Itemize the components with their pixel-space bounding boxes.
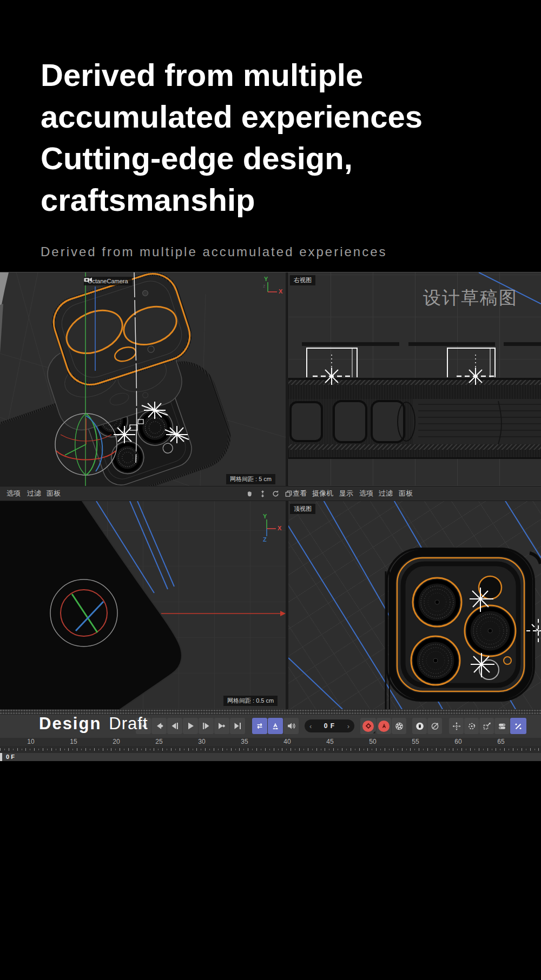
ruler-tick-label: 45 [326, 738, 333, 746]
menu-filter-left[interactable]: 过滤 [27, 486, 41, 501]
grid-spacing-label-persp: 网格间距 : 5 cm [226, 474, 275, 484]
current-frame-label: 0 F [6, 753, 15, 761]
ruler-tick-label: 15 [70, 738, 77, 746]
record-scale-button[interactable] [479, 718, 494, 734]
next-key-icon [217, 722, 226, 730]
record-rotation-button[interactable] [464, 718, 479, 734]
menu-options-right[interactable]: 选项 [359, 486, 373, 501]
record-position-icon [452, 722, 461, 730]
frame-prev-arrow[interactable]: ‹ [309, 722, 312, 730]
camera-label-text: OctaneCamera [88, 278, 128, 284]
rotate-view-icon[interactable] [271, 489, 280, 498]
animate-mode-button[interactable] [268, 718, 283, 734]
autokey-button[interactable] [377, 718, 391, 734]
overlay-word-draft: Draft [109, 714, 148, 733]
menu-options-left[interactable]: 选项 [6, 486, 21, 501]
page-title: Derived from multiple accumulated experi… [41, 54, 423, 221]
camera-icon [84, 277, 93, 283]
ruler-tick-label: 60 [454, 738, 461, 746]
axis-gizmo-front: Y X Z [260, 515, 286, 545]
play-button[interactable] [183, 718, 198, 734]
axis-gizmo-perspective: Y z X [262, 277, 286, 308]
viewport-perspective[interactable]: OctaneCamera Y z X 网格间距 : 5 cm [0, 272, 286, 486]
go-end-icon [233, 722, 242, 730]
design-draft-overlay: DesignDraft [39, 714, 148, 734]
record-selection-icon [415, 722, 424, 730]
ruler-tick-label: 30 [198, 738, 205, 746]
overlay-word-design: Design [39, 714, 101, 733]
toggle-panel-icon[interactable] [284, 489, 293, 498]
keyframe-lock-button[interactable] [510, 718, 526, 734]
timeline-scrubber[interactable]: 0 F [0, 753, 541, 761]
frame-value: 0 F [324, 722, 335, 730]
next-frame-icon [202, 722, 210, 730]
next-key-button[interactable] [214, 718, 229, 734]
menu-panel-left[interactable]: 面板 [47, 486, 61, 501]
ruler-tick-label: 65 [497, 738, 504, 746]
tangent-mode-button[interactable] [427, 718, 442, 734]
ruler-tick-label: 50 [369, 738, 376, 746]
loop-playback-button[interactable] [252, 718, 267, 734]
timeline-ticks[interactable] [0, 746, 541, 753]
timeline-ruler[interactable]: 10 15 20 25 30 35 40 45 50 55 60 65 [0, 738, 541, 746]
record-parameter-icon [498, 722, 506, 730]
front-view-canvas [0, 501, 286, 709]
c4d-editor: OctaneCamera Y z X 网格间距 : 5 cm [0, 272, 541, 761]
ruler-tick-label: 40 [283, 738, 291, 746]
prev-frame-icon [170, 722, 179, 730]
menu-display[interactable]: 显示 [339, 486, 353, 501]
ruler-tick-label: 55 [412, 738, 419, 746]
menu-filter-right[interactable]: 过滤 [379, 486, 393, 501]
page: Derived from multiple accumulated experi… [0, 0, 541, 980]
sound-icon [287, 722, 295, 730]
title-line-3: Cutting-edge design, [41, 137, 423, 179]
title-line-4: craftsmanship [41, 179, 423, 221]
zoom-view-icon[interactable] [258, 489, 267, 498]
menu-view[interactable]: 查看 [293, 486, 307, 501]
camera-label[interactable]: OctaneCamera [84, 277, 132, 285]
record-position-button[interactable] [449, 718, 464, 734]
grid-spacing-label-front: 网格间距 : 0.5 cm [223, 696, 278, 706]
title-line-2: accumulated experiences [41, 96, 423, 137]
page-subtitle: Derived from multiple accumulated experi… [41, 244, 387, 259]
keyframe-lock-icon [514, 722, 523, 730]
autokey-icon [381, 723, 387, 729]
ruler-tick-label: 25 [155, 738, 162, 746]
record-keyframe-button[interactable] [360, 718, 376, 734]
record-rotation-icon [467, 722, 476, 730]
perspective-canvas [0, 272, 286, 486]
top-view-canvas [288, 501, 541, 709]
prev-frame-button[interactable] [167, 718, 182, 734]
next-frame-button[interactable] [199, 718, 214, 734]
menu-camera[interactable]: 摄像机 [312, 486, 333, 501]
go-end-button[interactable] [230, 718, 245, 734]
record-keyframe-icon [365, 723, 372, 729]
ruler-tick-label: 10 [27, 738, 34, 746]
prev-key-icon [155, 722, 163, 730]
current-frame-marker[interactable] [0, 753, 2, 761]
menu-panel-right[interactable]: 面板 [399, 486, 413, 501]
keyframe-settings-icon [395, 722, 404, 730]
rotate-gizmo [55, 414, 117, 475]
record-scale-icon [483, 722, 491, 730]
animate-mode-icon [271, 722, 280, 730]
viewport-top-view[interactable]: 顶视图 [288, 501, 541, 709]
play-icon [186, 722, 195, 730]
viewport-right-view[interactable]: 右视图 设计草稿图 [288, 272, 541, 486]
title-line-1: Derived from multiple [41, 54, 423, 96]
frame-next-arrow[interactable]: › [347, 722, 349, 730]
sound-button[interactable] [283, 718, 299, 734]
prev-key-button[interactable] [151, 718, 167, 734]
viewport-front-view[interactable]: Y X Z 网格间距 : 0.5 cm [0, 501, 286, 709]
keyframe-settings-button[interactable] [392, 718, 406, 734]
ruler-tick-label: 20 [113, 738, 120, 746]
viewport-label-right[interactable]: 右视图 [290, 275, 315, 285]
pan-view-icon[interactable] [245, 489, 254, 498]
viewport-menubar: 选项 过滤 面板 查看 摄像机 显示 选项 过滤 [0, 486, 541, 501]
frame-field[interactable]: ‹ 0 F › [305, 719, 354, 732]
record-parameter-button[interactable] [494, 718, 510, 734]
ruler-tick-label: 35 [241, 738, 248, 746]
viewport-label-top[interactable]: 顶视图 [290, 504, 315, 514]
record-selection-button[interactable] [412, 718, 427, 734]
loop-playback-icon [255, 722, 264, 730]
